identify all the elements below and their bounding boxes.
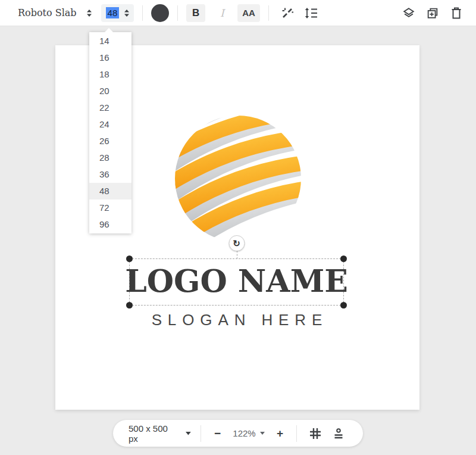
- text-selection-box[interactable]: ↻ LOGO NAME: [129, 258, 344, 306]
- font-size-option[interactable]: 28: [89, 149, 131, 166]
- uppercase-label: AA: [242, 8, 255, 18]
- layers-icon: [402, 7, 415, 20]
- bold-label: B: [192, 7, 199, 19]
- font-size-option[interactable]: 48: [89, 183, 131, 200]
- unfold-more-icon[interactable]: [124, 9, 130, 17]
- duplicate-button[interactable]: [422, 3, 443, 23]
- unfold-more-icon: [86, 9, 92, 17]
- rotate-handle[interactable]: ↻: [228, 235, 245, 251]
- font-size-option[interactable]: 18: [89, 66, 131, 83]
- font-size-input[interactable]: 48: [101, 4, 134, 22]
- font-size-option[interactable]: 22: [89, 99, 131, 116]
- bold-button[interactable]: B: [186, 4, 205, 22]
- font-size-option[interactable]: 26: [89, 133, 131, 149]
- toolbar-right-group: [399, 3, 466, 23]
- rotate-connector-line: [237, 251, 237, 259]
- uppercase-button[interactable]: AA: [237, 4, 260, 22]
- rotate-icon: ↻: [233, 238, 240, 249]
- baseline-icon: [332, 427, 345, 440]
- baseline-position-button[interactable]: [330, 425, 347, 442]
- font-size-option[interactable]: 20: [89, 83, 131, 99]
- line-spacing-button[interactable]: [301, 3, 321, 23]
- magic-wand-button[interactable]: [277, 3, 298, 23]
- dropdown-arrow-icon: [186, 432, 191, 435]
- text-color-swatch[interactable]: [151, 4, 169, 22]
- bottom-zoom-bar: 500 x 500 px − 122% +: [113, 420, 363, 447]
- toolbar-divider: [268, 5, 269, 21]
- font-size-option[interactable]: 96: [89, 216, 131, 233]
- italic-label: I: [220, 7, 224, 19]
- font-family-value: Roboto Slab: [18, 7, 77, 18]
- bottom-bar-divider: [201, 425, 201, 442]
- logo-slogan-text[interactable]: SLOGAN HERE: [55, 311, 419, 329]
- magic-wand-icon: [281, 7, 294, 20]
- toolbar-divider: [177, 5, 178, 21]
- dropdown-caret: [104, 28, 114, 33]
- toolbar-divider: [142, 5, 143, 21]
- canvas-size-select[interactable]: 500 x 500 px: [129, 423, 191, 444]
- font-family-select[interactable]: Roboto Slab: [18, 7, 92, 18]
- layers-button[interactable]: [399, 3, 419, 23]
- font-size-option[interactable]: 72: [89, 200, 131, 216]
- font-size-dropdown: 141618202224262836487296: [89, 32, 131, 233]
- resize-handle-top-left[interactable]: [126, 255, 133, 262]
- font-size-option[interactable]: 14: [89, 33, 131, 49]
- font-size-option[interactable]: 36: [89, 166, 131, 183]
- zoom-in-button[interactable]: +: [273, 427, 287, 440]
- resize-handle-top-right[interactable]: [340, 255, 347, 262]
- zoom-level-select[interactable]: 122%: [233, 428, 264, 438]
- resize-handle-bottom-left[interactable]: [126, 302, 133, 308]
- bottom-bar-divider: [296, 425, 297, 442]
- dropdown-arrow-icon: [260, 432, 265, 435]
- font-size-value: 48: [106, 7, 120, 18]
- resize-handle-bottom-right[interactable]: [340, 302, 347, 308]
- duplicate-icon: [426, 7, 439, 20]
- italic-button[interactable]: I: [212, 4, 231, 22]
- logo-sphere-image[interactable]: [173, 113, 303, 244]
- grid-toggle-button[interactable]: [306, 425, 324, 442]
- grid-icon: [309, 427, 322, 440]
- trash-icon: [450, 7, 462, 20]
- logo-title-text[interactable]: LOGO NAME: [125, 263, 348, 301]
- line-spacing-icon: [304, 8, 318, 18]
- font-size-option[interactable]: 16: [89, 49, 131, 66]
- delete-button[interactable]: [446, 3, 466, 23]
- zoom-out-button[interactable]: −: [211, 427, 225, 440]
- canvas-size-value: 500 x 500 px: [129, 423, 178, 444]
- zoom-level-value: 122%: [233, 428, 255, 438]
- top-toolbar: Roboto Slab 48 B I AA: [0, 0, 476, 26]
- font-size-option[interactable]: 24: [89, 116, 131, 133]
